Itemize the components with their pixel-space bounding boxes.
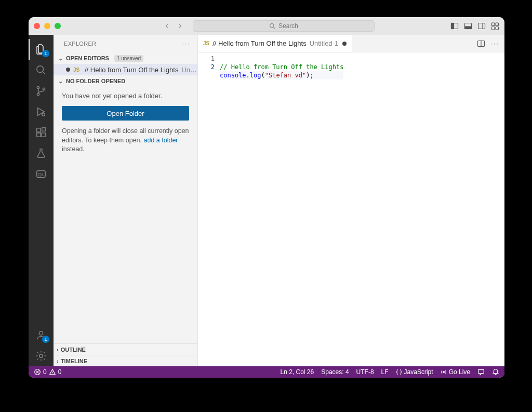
nav-back-button[interactable] [164,22,171,30]
svg-point-23 [39,354,43,357]
search-icon [269,23,275,29]
window-maximize-button[interactable] [55,23,61,29]
open-editors-section[interactable]: ⌄ OPEN EDITORS 1 unsaved [54,52,197,64]
helper-suffix: instead. [62,145,85,153]
svg-rect-16 [37,128,41,132]
timeline-section[interactable]: › TIMELINE [54,355,197,366]
svg-rect-7 [492,23,495,26]
svg-rect-2 [451,23,454,29]
tab-more-button[interactable]: ··· [490,39,499,47]
status-eol[interactable]: LF [381,368,389,376]
open-editors-label: OPEN EDITORS [66,55,109,61]
search-placeholder: Search [278,22,298,30]
tab-actions: ··· [477,35,504,52]
status-language[interactable]: JavaScript [396,368,433,376]
activity-settings[interactable] [29,345,54,366]
activity-extensions[interactable] [29,122,54,143]
explorer-sidebar: EXPLORER ··· ⌄ OPEN EDITORS 1 unsaved JS… [54,35,198,366]
svg-point-14 [43,88,45,90]
chevron-right-icon: › [57,347,59,353]
status-spaces[interactable]: Spaces: 4 [321,368,349,376]
sidebar-more-button[interactable]: ··· [182,41,190,47]
status-feedback[interactable] [477,368,485,376]
code-comment: // Hello from Turn Off the Lights [220,63,343,71]
code-content: // Hello from Turn Off the Lights consol… [220,52,343,366]
status-problems[interactable]: 0 0 [34,368,61,376]
svg-rect-5 [478,23,485,29]
window-minimize-button[interactable] [44,23,50,29]
search-icon [35,64,47,76]
status-warnings: 0 [58,368,62,376]
svg-point-11 [37,66,44,73]
svg-rect-17 [37,133,41,137]
window-controls [34,23,61,29]
warning-icon [49,368,56,376]
status-golive-label: Go Live [449,368,470,376]
svg-rect-10 [496,27,499,30]
status-golive[interactable]: Go Live [441,368,470,376]
toggle-secondary-sidebar-button[interactable] [477,22,486,30]
extensions-icon [35,127,47,138]
activity-explorer[interactable]: 1 [29,39,54,60]
status-cursor[interactable]: Ln 2, Col 26 [281,368,314,376]
nav-forward-button[interactable] [176,22,183,30]
broadcast-icon [441,369,447,375]
sidebar-bottom: › OUTLINE › TIMELINE [54,343,197,366]
activity-testing[interactable] [29,143,54,164]
status-errors: 0 [43,368,47,376]
toggle-panel-button[interactable] [464,22,472,30]
js-icon: JS [203,41,209,46]
toggle-primary-sidebar-button[interactable] [450,22,459,30]
bell-icon [492,368,499,376]
status-language-label: JavaScript [404,368,433,376]
titlebar: Search [29,17,504,35]
code-func: log [250,72,261,79]
timeline-label: TIMELINE [61,358,87,364]
error-icon [34,368,41,376]
svg-rect-4 [465,26,472,29]
line-number: 1 [198,55,215,63]
outline-section[interactable]: › OUTLINE [54,343,197,355]
nav-arrows [164,22,183,30]
activity-search[interactable] [29,60,54,81]
activity-bar: 1 QL 1 [29,35,54,366]
open-folder-button[interactable]: Open Folder [62,106,189,121]
svg-rect-8 [496,23,499,26]
svg-rect-19 [42,128,45,131]
split-editor-button[interactable] [477,39,485,48]
tab-subtitle: Untitled-1 [310,39,339,47]
svg-point-15 [42,113,45,116]
branch-icon [35,85,47,97]
window-close-button[interactable] [34,23,40,29]
activity-accounts[interactable]: 1 [29,325,54,345]
no-folder-body: You have not yet opened a folder. Open F… [54,87,197,161]
sidebar-header: EXPLORER ··· [54,35,197,52]
activity-ql[interactable]: QL [29,164,54,184]
status-notifications[interactable] [492,368,499,376]
svg-rect-9 [492,27,495,30]
status-encoding[interactable]: UTF-8 [356,368,374,376]
editor-tab[interactable]: JS // Hello from Turn Off the Lights Unt… [198,35,352,52]
beaker-icon [35,148,47,159]
modified-dot-icon [342,42,347,46]
unsaved-badge: 1 unsaved [114,55,143,62]
vscode-window: Search 1 [29,17,504,378]
no-folder-section[interactable]: ⌄ NO FOLDER OPENED [54,75,197,87]
chevron-right-icon: › [57,358,59,364]
gear-icon [35,350,47,362]
open-editor-item[interactable]: JS // Hello from Turn Off the Lights Unt… [54,64,197,75]
explorer-badge: 1 [42,50,49,57]
chevron-down-icon: ⌄ [57,78,64,85]
activity-source-control[interactable] [29,81,54,101]
add-folder-link[interactable]: add a folder [144,137,178,144]
command-center-search[interactable]: Search [193,20,375,32]
status-bar: 0 0 Ln 2, Col 26 Spaces: 4 UTF-8 LF Java… [29,366,504,378]
open-editor-subtitle: Untitle... [181,66,197,74]
ql-icon: QL [35,168,47,180]
activity-run-debug[interactable] [29,101,54,122]
code-editor[interactable]: 1 2 // Hello from Turn Off the Lights co… [198,52,504,366]
no-folder-text: You have not yet opened a folder. [62,92,189,100]
editor-area: JS // Hello from Turn Off the Lights Unt… [198,35,504,366]
customize-layout-button[interactable] [491,22,499,30]
tab-name: // Hello from Turn Off the Lights [212,39,306,47]
